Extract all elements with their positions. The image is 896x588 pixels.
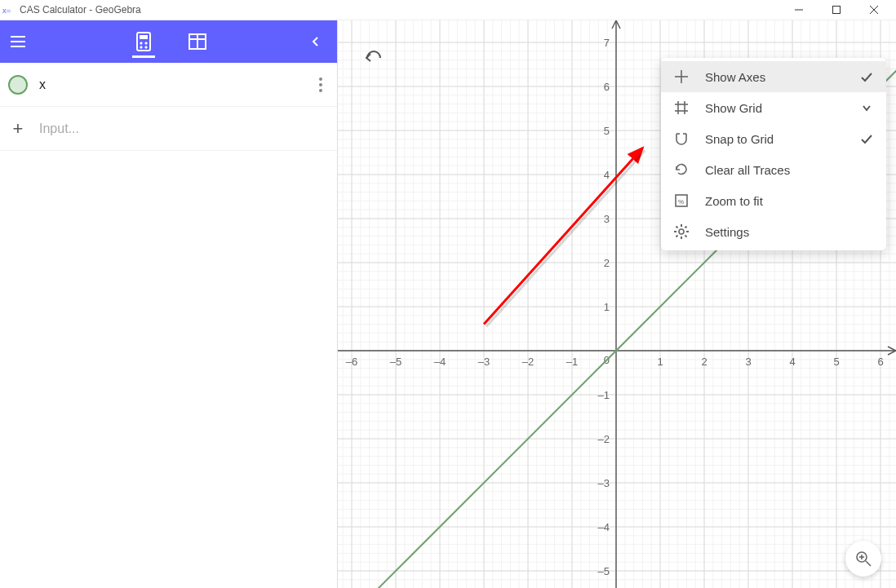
context-menu-item[interactable]: Show Grid: [661, 92, 886, 123]
svg-text:x=: x=: [2, 6, 11, 15]
tab-table[interactable]: [184, 20, 211, 63]
context-menu-label: Show Grid: [705, 101, 844, 115]
context-menu-label: Clear all Traces: [705, 163, 844, 177]
collapse-panel-button[interactable]: [304, 30, 327, 53]
expression-list: x + Input...: [0, 63, 337, 588]
svg-point-210: [679, 229, 684, 234]
svg-text:4: 4: [604, 169, 610, 181]
svg-point-12: [140, 46, 142, 48]
svg-point-13: [145, 46, 147, 48]
svg-text:–1: –1: [566, 356, 578, 368]
zoomfit-icon: %: [672, 192, 690, 210]
svg-line-216: [685, 236, 687, 237]
context-menu-item[interactable]: Snap to Grid: [661, 123, 886, 154]
window-title: CAS Calculator - GeoGebra: [20, 4, 141, 15]
context-menu-trail: [858, 102, 875, 113]
window-close-button[interactable]: [855, 0, 893, 20]
context-menu-label: Zoom to fit: [705, 194, 844, 208]
svg-rect-9: [140, 35, 148, 39]
undo-button[interactable]: [362, 46, 385, 69]
svg-text:6: 6: [604, 81, 610, 93]
algebra-panel: x + Input...: [0, 20, 338, 588]
context-menu-label: Show Axes: [705, 70, 844, 84]
graphics-context-menu: Show AxesShow GridSnap to GridClear all …: [661, 58, 886, 250]
svg-text:4: 4: [789, 356, 795, 368]
svg-line-217: [676, 236, 678, 237]
svg-line-220: [866, 561, 871, 566]
gear-icon: [672, 223, 690, 241]
context-menu-trail: [858, 132, 875, 145]
app-icon: x=: [2, 3, 15, 16]
tab-cas-calculator[interactable]: [131, 20, 157, 63]
window-titlebar: x= CAS Calculator - GeoGebra: [0, 0, 896, 20]
hamburger-menu-button[interactable]: [7, 30, 29, 53]
svg-point-10: [140, 42, 142, 44]
magnet-icon: [672, 130, 690, 148]
view-mode-tabs: [131, 20, 211, 63]
svg-point-11: [145, 42, 147, 44]
context-menu-label: Snap to Grid: [705, 132, 844, 146]
context-menu-item[interactable]: Settings: [661, 216, 886, 247]
graphics-view[interactable]: –6–5–4–3–2–1123456–5–4–3–2–112345670 Sho…: [338, 20, 896, 588]
grid-icon: [672, 99, 690, 117]
svg-text:–3: –3: [598, 477, 610, 489]
expression-value[interactable]: x: [39, 77, 311, 92]
svg-text:–1: –1: [598, 389, 610, 401]
svg-text:–4: –4: [434, 356, 446, 368]
app-body: x + Input... –6–5–4–3–2–1123456–5–4–3–2–…: [0, 20, 896, 588]
svg-text:–5: –5: [598, 565, 610, 577]
svg-text:7: 7: [604, 37, 610, 49]
context-menu-trail: [858, 70, 875, 83]
svg-text:%: %: [678, 198, 684, 206]
row-more-button[interactable]: [311, 75, 330, 95]
zoom-in-button[interactable]: [845, 541, 881, 577]
svg-line-215: [676, 227, 678, 228]
svg-rect-2: [833, 7, 841, 14]
svg-text:–2: –2: [598, 433, 610, 445]
svg-text:1: 1: [604, 301, 610, 313]
svg-text:2: 2: [701, 356, 707, 368]
svg-text:–5: –5: [390, 356, 401, 368]
visibility-toggle-icon[interactable]: [8, 75, 28, 95]
add-expression-icon[interactable]: +: [8, 119, 28, 139]
context-menu-item[interactable]: Clear all Traces: [661, 154, 886, 185]
svg-text:5: 5: [833, 356, 839, 368]
svg-text:3: 3: [745, 356, 751, 368]
window-minimize-button[interactable]: [780, 0, 818, 20]
svg-text:5: 5: [604, 125, 610, 137]
expression-input-placeholder[interactable]: Input...: [39, 122, 330, 136]
svg-text:3: 3: [604, 213, 610, 225]
context-menu-item[interactable]: %Zoom to fit: [661, 185, 886, 216]
context-menu-label: Settings: [705, 225, 844, 239]
refresh-icon: [672, 161, 690, 179]
svg-text:1: 1: [657, 356, 663, 368]
window-maximize-button[interactable]: [818, 0, 855, 20]
axes-icon: [672, 68, 690, 86]
svg-line-218: [685, 227, 687, 228]
svg-text:–4: –4: [598, 521, 610, 533]
context-menu-item[interactable]: Show Axes: [661, 61, 886, 92]
new-expression-row[interactable]: + Input...: [0, 107, 337, 151]
svg-text:–3: –3: [478, 356, 490, 368]
svg-text:2: 2: [604, 257, 610, 269]
svg-text:–2: –2: [522, 356, 534, 368]
expression-row[interactable]: x: [0, 63, 337, 107]
svg-text:6: 6: [877, 356, 883, 368]
toolbar: [0, 20, 337, 63]
svg-text:–6: –6: [346, 356, 357, 368]
